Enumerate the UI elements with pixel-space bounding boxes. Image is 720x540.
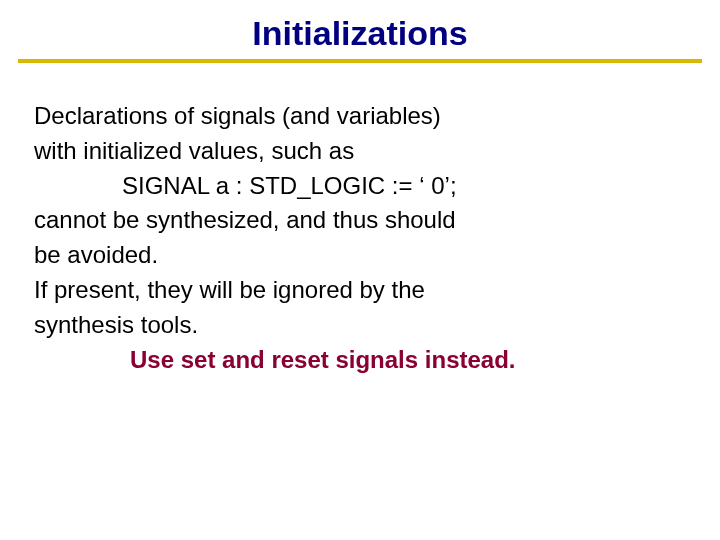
slide: Initializations Declarations of signals … [0, 0, 720, 540]
emphasis-line: Use set and reset signals instead. [34, 343, 686, 378]
body-line: cannot be synthesized, and thus should [34, 203, 686, 238]
body-line: with initialized values, such as [34, 134, 686, 169]
code-line: SIGNAL a : STD_LOGIC := ‘ 0’; [34, 169, 686, 204]
slide-body: Declarations of signals (and variables) … [0, 63, 720, 377]
body-line: Declarations of signals (and variables) [34, 99, 686, 134]
body-line: synthesis tools. [34, 308, 686, 343]
slide-title: Initializations [0, 0, 720, 59]
body-line: If present, they will be ignored by the [34, 273, 686, 308]
body-line: be avoided. [34, 238, 686, 273]
